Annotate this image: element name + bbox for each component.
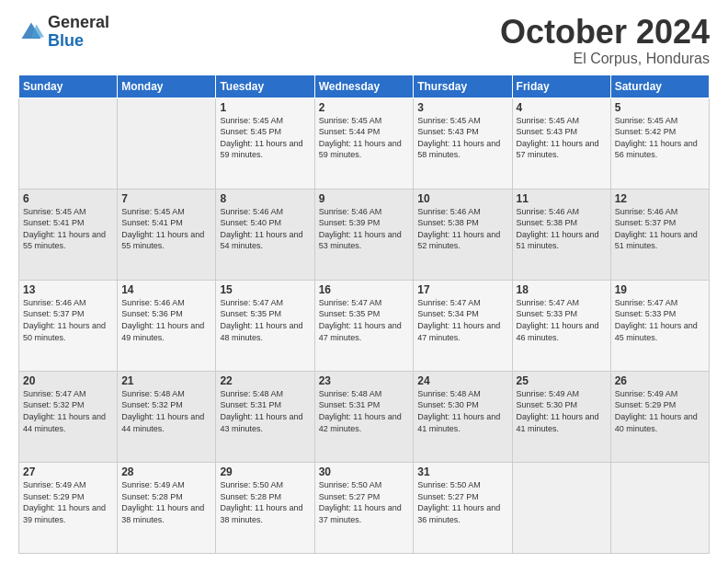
header-friday: Friday (512, 75, 610, 98)
day-number: 21 (121, 374, 211, 387)
logo-blue-text: Blue (48, 31, 84, 50)
logo-icon (18, 19, 44, 45)
calendar-cell: 24Sunrise: 5:48 AM Sunset: 5:30 PM Dayli… (414, 371, 512, 462)
calendar-cell: 30Sunrise: 5:50 AM Sunset: 5:27 PM Dayli… (314, 462, 414, 553)
calendar-cell: 16Sunrise: 5:47 AM Sunset: 5:35 PM Dayli… (314, 280, 414, 371)
day-info: Sunrise: 5:45 AM Sunset: 5:45 PM Dayligh… (220, 115, 310, 161)
calendar-cell (19, 98, 118, 189)
week-row-3: 13Sunrise: 5:46 AM Sunset: 5:37 PM Dayli… (19, 280, 710, 371)
day-info: Sunrise: 5:47 AM Sunset: 5:35 PM Dayligh… (319, 297, 410, 343)
calendar-cell: 26Sunrise: 5:49 AM Sunset: 5:29 PM Dayli… (610, 371, 709, 462)
day-info: Sunrise: 5:45 AM Sunset: 5:44 PM Dayligh… (319, 115, 410, 161)
day-info: Sunrise: 5:46 AM Sunset: 5:38 PM Dayligh… (517, 206, 607, 252)
day-number: 27 (23, 465, 113, 478)
month-title: October 2024 (500, 14, 710, 51)
day-number: 26 (615, 374, 705, 387)
day-number: 3 (417, 101, 507, 114)
day-number: 5 (615, 101, 705, 114)
day-info: Sunrise: 5:48 AM Sunset: 5:30 PM Dayligh… (417, 388, 507, 434)
calendar-cell (512, 462, 610, 553)
day-info: Sunrise: 5:49 AM Sunset: 5:29 PM Dayligh… (615, 388, 705, 434)
calendar-cell: 28Sunrise: 5:49 AM Sunset: 5:28 PM Dayli… (118, 462, 216, 553)
day-info: Sunrise: 5:45 AM Sunset: 5:41 PM Dayligh… (23, 206, 113, 252)
calendar-cell: 7Sunrise: 5:45 AM Sunset: 5:41 PM Daylig… (118, 189, 216, 280)
logo: General Blue (18, 14, 109, 51)
day-number: 11 (517, 192, 607, 205)
day-info: Sunrise: 5:48 AM Sunset: 5:31 PM Dayligh… (220, 388, 310, 434)
day-info: Sunrise: 5:47 AM Sunset: 5:34 PM Dayligh… (417, 297, 507, 343)
day-number: 30 (319, 465, 410, 478)
calendar-cell: 3Sunrise: 5:45 AM Sunset: 5:43 PM Daylig… (414, 98, 512, 189)
calendar-cell: 11Sunrise: 5:46 AM Sunset: 5:38 PM Dayli… (512, 189, 610, 280)
header-wednesday: Wednesday (314, 75, 414, 98)
day-info: Sunrise: 5:50 AM Sunset: 5:28 PM Dayligh… (220, 479, 310, 525)
day-info: Sunrise: 5:46 AM Sunset: 5:37 PM Dayligh… (615, 206, 705, 252)
calendar-cell: 9Sunrise: 5:46 AM Sunset: 5:39 PM Daylig… (314, 189, 414, 280)
day-number: 10 (417, 192, 507, 205)
day-info: Sunrise: 5:47 AM Sunset: 5:33 PM Dayligh… (615, 297, 705, 343)
day-number: 23 (319, 374, 410, 387)
header-thursday: Thursday (414, 75, 512, 98)
day-number: 29 (220, 465, 310, 478)
calendar-cell: 19Sunrise: 5:47 AM Sunset: 5:33 PM Dayli… (610, 280, 709, 371)
day-info: Sunrise: 5:45 AM Sunset: 5:41 PM Dayligh… (121, 206, 211, 252)
calendar-cell: 6Sunrise: 5:45 AM Sunset: 5:41 PM Daylig… (19, 189, 118, 280)
calendar-cell: 20Sunrise: 5:47 AM Sunset: 5:32 PM Dayli… (19, 371, 118, 462)
week-row-1: 1Sunrise: 5:45 AM Sunset: 5:45 PM Daylig… (19, 98, 710, 189)
calendar: Sunday Monday Tuesday Wednesday Thursday… (18, 75, 710, 554)
calendar-cell: 15Sunrise: 5:47 AM Sunset: 5:35 PM Dayli… (216, 280, 314, 371)
header-tuesday: Tuesday (216, 75, 314, 98)
day-number: 20 (23, 374, 113, 387)
calendar-cell: 17Sunrise: 5:47 AM Sunset: 5:34 PM Dayli… (414, 280, 512, 371)
calendar-cell: 2Sunrise: 5:45 AM Sunset: 5:44 PM Daylig… (314, 98, 414, 189)
weekday-header-row: Sunday Monday Tuesday Wednesday Thursday… (19, 75, 710, 98)
day-info: Sunrise: 5:50 AM Sunset: 5:27 PM Dayligh… (417, 479, 507, 525)
day-number: 15 (220, 283, 310, 296)
day-info: Sunrise: 5:50 AM Sunset: 5:27 PM Dayligh… (319, 479, 410, 525)
calendar-cell: 22Sunrise: 5:48 AM Sunset: 5:31 PM Dayli… (216, 371, 314, 462)
day-number: 13 (23, 283, 113, 296)
day-info: Sunrise: 5:45 AM Sunset: 5:43 PM Dayligh… (417, 115, 507, 161)
calendar-cell (610, 462, 709, 553)
week-row-4: 20Sunrise: 5:47 AM Sunset: 5:32 PM Dayli… (19, 371, 710, 462)
title-block: October 2024 El Corpus, Honduras (500, 14, 710, 67)
header-sunday: Sunday (19, 75, 118, 98)
calendar-cell: 13Sunrise: 5:46 AM Sunset: 5:37 PM Dayli… (19, 280, 118, 371)
day-info: Sunrise: 5:48 AM Sunset: 5:32 PM Dayligh… (121, 388, 211, 434)
calendar-cell: 21Sunrise: 5:48 AM Sunset: 5:32 PM Dayli… (118, 371, 216, 462)
calendar-cell: 10Sunrise: 5:46 AM Sunset: 5:38 PM Dayli… (414, 189, 512, 280)
calendar-cell (118, 98, 216, 189)
day-info: Sunrise: 5:47 AM Sunset: 5:33 PM Dayligh… (517, 297, 607, 343)
day-number: 1 (220, 101, 310, 114)
day-info: Sunrise: 5:49 AM Sunset: 5:29 PM Dayligh… (23, 479, 113, 525)
calendar-cell: 23Sunrise: 5:48 AM Sunset: 5:31 PM Dayli… (314, 371, 414, 462)
calendar-cell: 27Sunrise: 5:49 AM Sunset: 5:29 PM Dayli… (19, 462, 118, 553)
calendar-cell: 14Sunrise: 5:46 AM Sunset: 5:36 PM Dayli… (118, 280, 216, 371)
day-info: Sunrise: 5:46 AM Sunset: 5:39 PM Dayligh… (319, 206, 410, 252)
week-row-2: 6Sunrise: 5:45 AM Sunset: 5:41 PM Daylig… (19, 189, 710, 280)
day-number: 9 (319, 192, 410, 205)
day-number: 24 (417, 374, 507, 387)
day-info: Sunrise: 5:46 AM Sunset: 5:38 PM Dayligh… (417, 206, 507, 252)
calendar-cell: 18Sunrise: 5:47 AM Sunset: 5:33 PM Dayli… (512, 280, 610, 371)
day-number: 18 (517, 283, 607, 296)
day-info: Sunrise: 5:49 AM Sunset: 5:28 PM Dayligh… (121, 479, 211, 525)
day-info: Sunrise: 5:46 AM Sunset: 5:40 PM Dayligh… (220, 206, 310, 252)
day-number: 16 (319, 283, 410, 296)
calendar-cell: 1Sunrise: 5:45 AM Sunset: 5:45 PM Daylig… (216, 98, 314, 189)
calendar-cell: 25Sunrise: 5:49 AM Sunset: 5:30 PM Dayli… (512, 371, 610, 462)
header: General Blue October 2024 El Corpus, Hon… (18, 14, 710, 67)
day-info: Sunrise: 5:45 AM Sunset: 5:43 PM Dayligh… (517, 115, 607, 161)
day-info: Sunrise: 5:46 AM Sunset: 5:36 PM Dayligh… (121, 297, 211, 343)
day-info: Sunrise: 5:48 AM Sunset: 5:31 PM Dayligh… (319, 388, 410, 434)
day-info: Sunrise: 5:49 AM Sunset: 5:30 PM Dayligh… (517, 388, 607, 434)
day-number: 31 (417, 465, 507, 478)
day-number: 12 (615, 192, 705, 205)
calendar-cell: 5Sunrise: 5:45 AM Sunset: 5:42 PM Daylig… (610, 98, 709, 189)
location-subtitle: El Corpus, Honduras (500, 51, 710, 67)
calendar-cell: 8Sunrise: 5:46 AM Sunset: 5:40 PM Daylig… (216, 189, 314, 280)
day-number: 14 (121, 283, 211, 296)
calendar-cell: 12Sunrise: 5:46 AM Sunset: 5:37 PM Dayli… (610, 189, 709, 280)
logo-text: General Blue (48, 14, 109, 51)
header-monday: Monday (118, 75, 216, 98)
